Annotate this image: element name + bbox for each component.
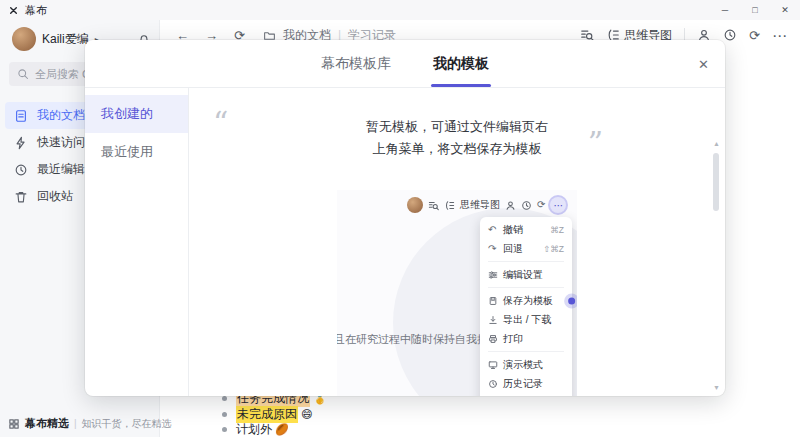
side-tab-recently-used[interactable]: 最近使用 xyxy=(85,133,188,171)
mindmap-icon xyxy=(444,200,455,211)
clock-icon xyxy=(521,200,532,211)
modal-body: 我创建的 最近使用 “ 暂无模板，可通过文件编辑页右 上角菜单，将文档保存为模板… xyxy=(85,88,725,396)
trash-icon xyxy=(14,190,28,204)
sidebar-item-label: 最近编辑 xyxy=(37,161,85,178)
modal-scrollbar[interactable]: ▲ ▼ xyxy=(711,140,722,391)
modal-header: 幕布模板库 我的模板 ✕ xyxy=(85,40,725,88)
settings-icon xyxy=(488,270,498,280)
menu-label: 使用教程 xyxy=(503,396,543,397)
redo-icon: ↷ xyxy=(488,244,498,254)
menu-item-presentation-mode: 演示模式 xyxy=(480,355,572,374)
tab-my-templates[interactable]: 我的模板 xyxy=(433,40,489,87)
more-button[interactable]: ⋯ xyxy=(772,28,787,43)
menu-item-edit-settings: 编辑设置 xyxy=(480,265,572,284)
tutorial-dropdown-menu: ↶ 撤销 ⌘Z ↷ 回退 ⇧⌘Z 编辑设置 xyxy=(480,217,572,396)
sync-icon: ⟳ xyxy=(537,200,545,210)
mindmap-label: 思维导图 xyxy=(460,198,500,212)
grid-icon xyxy=(8,418,20,430)
tutorial-illustration: 且在研究过程中随时保持自我批 思维导图 xyxy=(337,190,577,396)
undo-icon: ↶ xyxy=(488,225,498,235)
outline-search-icon xyxy=(428,200,439,211)
list-item: 未完成原因 😄 xyxy=(222,407,327,423)
tab-template-library[interactable]: 幕布模板库 xyxy=(321,40,391,87)
side-tab-created-by-me[interactable]: 我创建的 xyxy=(85,95,188,133)
menu-item-print: 打印 xyxy=(480,329,572,348)
download-icon xyxy=(488,315,498,325)
bullet-icon[interactable] xyxy=(222,396,227,401)
templates-modal: 幕布模板库 我的模板 ✕ 我创建的 最近使用 “ 暂无模板，可通过文件编辑页右 … xyxy=(85,40,725,396)
bullet-icon[interactable] xyxy=(222,412,227,417)
menu-label: 演示模式 xyxy=(503,358,543,372)
bullet-text: 未完成原因 xyxy=(236,406,298,423)
window-maximize-button[interactable]: □ xyxy=(740,0,770,20)
modal-side-nav: 我创建的 最近使用 xyxy=(85,88,189,396)
scroll-up-icon[interactable]: ▲ xyxy=(711,140,722,147)
menu-shortcut: ⇧⌘Z xyxy=(543,244,564,254)
tutorial-highlight-dot xyxy=(568,297,575,304)
list-item: 计划外 🏉 xyxy=(222,422,327,437)
menu-item-version-history: 历史记录 xyxy=(480,374,572,393)
app-title: 幕布 xyxy=(25,3,47,18)
search-icon xyxy=(17,68,29,80)
modal-close-button[interactable]: ✕ xyxy=(698,40,709,88)
document-outline: 任务完成情况 🥇 未完成原因 😄 计划外 🏉 xyxy=(222,391,327,437)
empty-line-1: 暂无模板，可通过文件编辑页右 xyxy=(189,116,725,138)
empty-state-text: 暂无模板，可通过文件编辑页右 上角菜单，将文档保存为模板 xyxy=(189,116,725,160)
window-controls: ─ □ ✕ xyxy=(710,0,800,20)
menu-shortcut: ⌘Z xyxy=(550,225,564,235)
document-icon xyxy=(14,109,28,123)
clock-icon xyxy=(14,163,28,177)
quote-open-icon: “ xyxy=(213,108,228,138)
menu-divider xyxy=(488,287,564,288)
window-minimize-button[interactable]: ─ xyxy=(710,0,740,20)
history-icon xyxy=(488,379,498,389)
menu-divider xyxy=(488,351,564,352)
menu-item-user-guide: 使用教程 xyxy=(480,393,572,396)
sidebar-item-label: 回收站 xyxy=(37,188,73,205)
menu-item-save-as-template: 保存为模板 xyxy=(480,291,572,310)
bullet-emoji: 😄 xyxy=(301,408,312,421)
menu-item-export-download: 导出 / 下载 xyxy=(480,310,572,329)
app-logo-icon xyxy=(9,6,18,15)
scrollbar-thumb[interactable] xyxy=(713,153,719,211)
more-icon-highlighted: ⋯ xyxy=(550,197,566,213)
bullet-icon[interactable] xyxy=(222,427,227,432)
lightning-icon xyxy=(14,136,28,150)
menu-item-redo: ↷ 回退 ⇧⌘Z xyxy=(480,239,572,258)
sync-button[interactable]: ⟳ xyxy=(749,29,760,42)
mubu-picks-link[interactable]: 幕布精选 | 知识干货，尽在精选 xyxy=(8,416,172,431)
menu-label: 历史记录 xyxy=(503,377,543,391)
menu-label: 保存为模板 xyxy=(503,294,553,308)
avatar xyxy=(407,197,423,213)
window-close-button[interactable]: ✕ xyxy=(770,0,800,20)
menu-label: 撤销 xyxy=(503,223,523,237)
menu-label: 导出 / 下载 xyxy=(503,313,551,327)
sidebar-item-label: 我的文档 xyxy=(37,107,85,124)
monitor-icon xyxy=(488,360,498,370)
bullet-text: 计划外 xyxy=(236,421,272,437)
footer-separator: | xyxy=(74,418,77,429)
menu-label: 编辑设置 xyxy=(503,268,543,282)
quote-close-icon: ” xyxy=(588,128,603,158)
share-icon xyxy=(505,200,516,211)
clipped-document-text: 且在研究过程中随时保持自我批 xyxy=(337,332,488,347)
tutorial-toolbar: 思维导图 ⟳ ⋯ xyxy=(407,197,573,213)
sidebar-item-label: 快速访问 xyxy=(37,134,85,151)
footer-tagline: 知识干货，尽在精选 xyxy=(82,417,172,431)
printer-icon xyxy=(488,334,498,344)
modal-content: “ 暂无模板，可通过文件编辑页右 上角菜单，将文档保存为模板 ” 且在研究过程中… xyxy=(189,88,725,396)
menu-divider xyxy=(488,261,564,262)
avatar[interactable] xyxy=(12,27,36,51)
scroll-down-icon[interactable]: ▼ xyxy=(711,384,722,391)
template-icon xyxy=(488,296,498,306)
menu-item-undo: ↶ 撤销 ⌘Z xyxy=(480,220,572,239)
menu-label: 打印 xyxy=(503,332,523,346)
username: Kaili爱编 xyxy=(42,31,89,48)
bullet-emoji: 🏉 xyxy=(275,423,289,436)
history-clock-button[interactable] xyxy=(723,28,737,42)
titlebar: 幕布 ─ □ ✕ xyxy=(0,0,800,20)
footer-brand: 幕布精选 xyxy=(25,416,69,431)
menu-label: 回退 xyxy=(503,242,523,256)
empty-line-2: 上角菜单，将文档保存为模板 xyxy=(189,138,725,160)
